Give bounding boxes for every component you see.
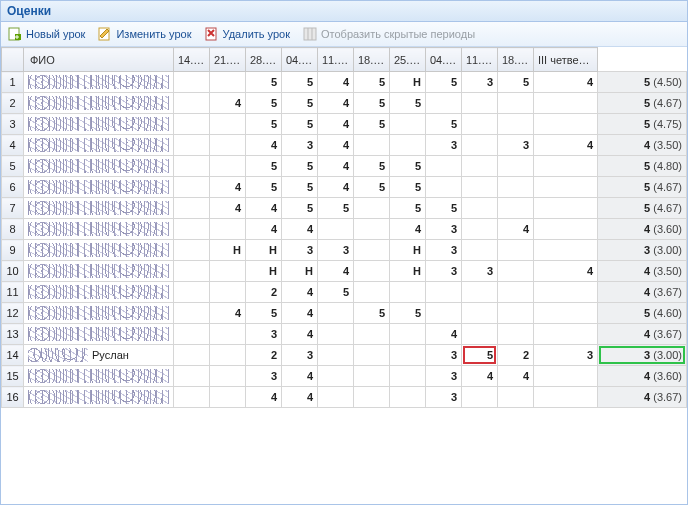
grade-cell[interactable] [462,324,498,345]
grade-cell[interactable]: 3 [246,324,282,345]
grade-cell[interactable]: 2 [498,345,534,366]
grade-cell[interactable] [210,135,246,156]
grade-cell[interactable] [354,261,390,282]
grade-cell[interactable]: 5 [318,282,354,303]
grades-table[interactable]: ФИО 14.01 21.01 28.01 04.02 11.02 18.02 … [1,47,687,408]
table-row[interactable]: 10НН4Н3344 (3.50) [2,261,687,282]
grade-cell[interactable]: 5 [282,72,318,93]
grade-cell[interactable]: 3 [462,72,498,93]
grade-cell[interactable]: 4 [318,177,354,198]
grade-cell[interactable] [210,261,246,282]
student-name-cell[interactable] [24,282,174,303]
table-row[interactable]: 15343444 (3.60) [2,366,687,387]
grade-cell[interactable]: 5 [246,72,282,93]
grade-cell[interactable] [354,135,390,156]
grade-cell[interactable]: 3 [426,261,462,282]
grade-cell[interactable]: Н [390,261,426,282]
grade-cell[interactable] [318,366,354,387]
grade-cell[interactable]: 3 [426,345,462,366]
grade-cell[interactable]: 3 [426,366,462,387]
grade-cell[interactable]: 5 [390,177,426,198]
grade-cell[interactable]: 5 [354,72,390,93]
grade-cell[interactable] [174,261,210,282]
grade-cell[interactable] [462,93,498,114]
grade-cell[interactable] [318,303,354,324]
summary-cell[interactable]: 4 (3.50) [598,135,687,156]
summary-cell[interactable]: 4 (3.67) [598,324,687,345]
table-row[interactable]: 133444 (3.67) [2,324,687,345]
grade-cell[interactable]: 4 [210,303,246,324]
grade-cell[interactable] [462,156,498,177]
summary-cell[interactable]: 4 (3.60) [598,219,687,240]
grade-cell[interactable]: 5 [282,177,318,198]
grade-cell[interactable]: 5 [354,93,390,114]
summary-cell[interactable]: 4 (3.67) [598,282,687,303]
grade-cell[interactable] [174,324,210,345]
table-row[interactable]: 74455555 (4.67) [2,198,687,219]
grade-cell[interactable]: 5 [246,303,282,324]
grade-cell[interactable] [426,93,462,114]
grade-cell[interactable] [390,387,426,408]
grade-cell[interactable]: 4 [246,219,282,240]
grade-cell[interactable] [426,156,462,177]
table-row[interactable]: 3554555 (4.75) [2,114,687,135]
grade-cell[interactable]: 4 [318,93,354,114]
col-fio[interactable]: ФИО [24,48,174,72]
grade-cell[interactable] [498,303,534,324]
grade-cell[interactable] [462,240,498,261]
col-date-2[interactable]: 28.01 [246,48,282,72]
grade-cell[interactable] [498,156,534,177]
grade-cell[interactable] [174,219,210,240]
summary-cell[interactable]: 5 (4.75) [598,114,687,135]
col-date-4[interactable]: 11.02 [318,48,354,72]
grade-cell[interactable] [462,135,498,156]
grade-cell[interactable]: 3 [426,387,462,408]
grade-cell[interactable] [534,156,598,177]
grade-cell[interactable] [318,345,354,366]
grade-cell[interactable]: 3 [426,240,462,261]
table-row[interactable]: 12454555 (4.60) [2,303,687,324]
grade-cell[interactable]: 3 [426,219,462,240]
grade-cell[interactable]: 4 [318,72,354,93]
grade-cell[interactable]: 4 [210,198,246,219]
col-date-7[interactable]: 04.03 [426,48,462,72]
student-name-cell[interactable] [24,366,174,387]
grade-cell[interactable]: 4 [246,387,282,408]
grade-cell[interactable] [174,387,210,408]
col-date-9[interactable]: 18.03 [498,48,534,72]
grade-cell[interactable]: 3 [246,366,282,387]
grade-cell[interactable]: 5 [354,114,390,135]
grade-cell[interactable]: 4 [282,366,318,387]
grade-cell[interactable]: 5 [246,93,282,114]
grade-cell[interactable]: 5 [426,114,462,135]
grade-cell[interactable] [354,387,390,408]
grade-cell[interactable] [426,282,462,303]
grade-cell[interactable]: 5 [354,303,390,324]
grade-cell[interactable] [390,324,426,345]
student-name-cell[interactable] [24,198,174,219]
grade-cell[interactable] [354,240,390,261]
grade-cell[interactable]: 5 [498,72,534,93]
grade-cell[interactable]: 5 [318,198,354,219]
col-summary[interactable]: III четвер... [534,48,598,72]
grade-cell[interactable]: 3 [282,240,318,261]
grade-cell[interactable]: 5 [390,156,426,177]
grade-cell[interactable] [498,198,534,219]
student-name-cell[interactable] [24,93,174,114]
grade-cell[interactable] [174,345,210,366]
grade-cell[interactable]: 4 [534,261,598,282]
grade-cell[interactable] [210,324,246,345]
col-date-0[interactable]: 14.01 [174,48,210,72]
grade-cell[interactable] [174,303,210,324]
grade-cell[interactable] [498,261,534,282]
summary-cell[interactable]: 5 (4.60) [598,303,687,324]
grade-cell[interactable] [534,366,598,387]
grade-cell[interactable]: 2 [246,282,282,303]
grade-cell[interactable] [354,345,390,366]
summary-cell[interactable]: 5 (4.67) [598,93,687,114]
grade-cell[interactable] [354,282,390,303]
new-lesson-button[interactable]: Новый урок [7,26,85,42]
grade-cell[interactable] [498,93,534,114]
table-row[interactable]: 14Руслан2335233 (3.00) [2,345,687,366]
grade-cell[interactable] [354,366,390,387]
